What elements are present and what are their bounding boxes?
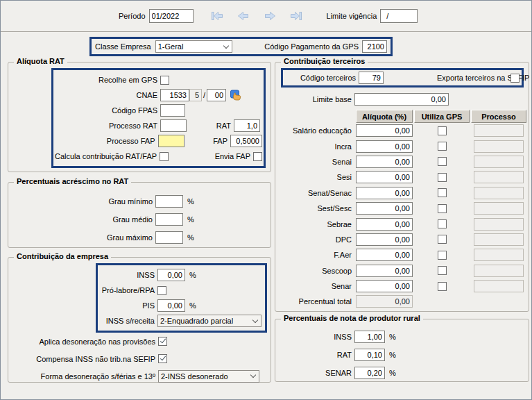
terceiros-aliquota-input[interactable] [356,218,413,231]
terceiros-utiliza-gps-checkbox[interactable] [438,219,447,228]
inss-percent-sign: % [189,271,196,279]
rural-row-input[interactable] [354,349,385,361]
terceiros-utiliza-gps-checkbox[interactable] [438,235,447,244]
chevron-down-icon [221,41,232,52]
nav-previous-button[interactable] [237,10,250,22]
aliquota-rat-title: Alíquota RAT [14,57,67,65]
percent-row-input[interactable] [155,231,183,244]
terceiros-row-label: DPC [275,232,354,247]
exporta-terceiros-checkbox[interactable] [510,74,520,83]
aplica-desoneracao-checkbox[interactable] [158,337,167,346]
codigo-terceiros-highlight-box: Código terceiros Exporta terceiros na SE… [281,68,524,88]
pro-labore-rpa-checkbox[interactable] [157,286,166,295]
terceiros-table: Alíquota (%) Utiliza GPS Processo Salári… [275,110,529,309]
periodo-input[interactable] [149,9,194,23]
rural-row-input[interactable] [354,331,385,343]
codigo-terceiros-label: Código terceiros [285,74,356,82]
pis-label: PIS [99,301,155,310]
percent-row-label: Grau mínimo [8,197,153,206]
percent-row-input[interactable] [155,213,183,226]
produtor-rural-group: Percentuais de nota de produtor rural IN… [275,319,529,382]
nav-first-icon [211,11,223,21]
envia-fap-checkbox[interactable] [253,152,262,161]
periodo-label: Período [119,12,146,20]
terceiros-aliquota-input[interactable] [356,249,413,261]
rural-row-label: RAT [275,351,352,359]
terceiros-utiliza-gps-checkbox[interactable] [438,282,447,291]
nav-first-button[interactable] [210,10,224,22]
forma-desoneracao-select[interactable]: 2-INSS desonerado [158,370,259,383]
terceiros-aliquota-input[interactable] [356,265,413,277]
contribuicao-empresa-extra-rows: Aplica desoneração nas provisões Compens… [8,333,271,385]
compensa-inss-sefip-checkbox[interactable] [158,354,167,363]
rural-row-input[interactable] [354,367,385,379]
fap-input[interactable] [230,135,262,147]
codigo-terceiros-input[interactable] [359,72,384,84]
contribuicao-terceiros-group: Contribuição terceiros Código terceiros … [275,62,529,312]
terceiros-utiliza-gps-checkbox[interactable] [438,251,447,260]
percent-sign: % [389,351,396,359]
terceiros-aliquota-input[interactable] [356,187,413,199]
percentual-total-label: Percentual total [275,294,354,309]
terceiros-aliquota-input[interactable] [356,156,413,168]
rural-percent-row: RAT % [275,346,529,364]
processo-fap-label: Processo FAP [55,137,155,145]
classe-empresa-select[interactable]: 1-Geral [155,40,233,53]
company-tax-parameters-window: Período Limite vigência Classe Empresa 1… [0,0,532,400]
chevron-down-icon [248,371,259,382]
terceiros-utiliza-gps-checkbox[interactable] [438,142,447,151]
inss-s-receita-select[interactable]: 2-Enquadrado parcial [157,315,261,327]
percentual-total-field: 0,00 [356,295,413,308]
terceiros-aliquota-input[interactable] [356,202,413,215]
terceiros-utiliza-gps-checkbox[interactable] [438,126,447,135]
nav-last-button[interactable] [289,10,303,22]
period-toolbar: Período Limite vigência [1,1,531,32]
limite-vigencia-input[interactable] [380,9,418,23]
rural-row-label: SENAR [275,369,352,377]
terceiros-processo-field [474,249,524,261]
cnae-suffix-input[interactable] [207,89,226,101]
terceiros-aliquota-input[interactable] [356,233,413,246]
terceiros-utiliza-gps-checkbox[interactable] [438,204,447,213]
rat-label: RAT [187,122,231,130]
recolhe-em-gps-label: Recolhe em GPS [55,76,157,84]
contribuicao-empresa-title: Contribuição da empresa [14,252,111,260]
terceiros-processo-field [474,233,524,246]
terceiros-utiliza-gps-checkbox[interactable] [438,173,447,182]
terceiros-processo-field [474,265,524,277]
recolhe-em-gps-checkbox[interactable] [160,76,169,85]
processo-fap-input[interactable] [158,135,185,147]
terceiros-row-label: Sesi [275,169,354,185]
terceiros-aliquota-input[interactable] [356,140,413,153]
contribuicao-empresa-highlight-box: INSS % Pró-labore/RPA PIS % INSS s/recei… [96,263,267,333]
terceiros-utiliza-gps-checkbox[interactable] [438,188,447,197]
percentuais-acrescimo-rat-title: Percentuais acréscimo no RAT [14,177,131,185]
nav-next-icon [264,11,276,21]
inss-input[interactable] [157,269,185,281]
terceiros-row-label: Incra [275,138,354,153]
cnae-lookup-button[interactable] [230,90,243,101]
cnae-code-input[interactable] [160,89,189,101]
codigo-pagamento-gps-input[interactable] [362,40,387,53]
limite-base-input[interactable] [354,93,449,106]
codigo-fpas-input[interactable] [160,104,185,117]
terceiros-processo-field [474,187,524,199]
terceiros-header-aliquota: Alíquota (%) [356,110,413,123]
terceiros-aliquota-input[interactable] [356,280,413,292]
terceiros-processo-field [474,218,524,231]
cnae-lookup-icon [230,90,242,101]
terceiros-utiliza-gps-checkbox[interactable] [438,157,447,166]
classe-empresa-highlight-box: Classe Empresa 1-Geral Código Pagamento … [89,37,393,56]
rat-input[interactable] [234,119,260,132]
calcula-contribuicao-rat-fap-checkbox[interactable] [160,152,169,161]
nav-next-button[interactable] [263,10,277,22]
pis-percent-sign: % [189,301,196,310]
contribuicao-empresa-group: Contribuição da empresa INSS % Pró-labor… [8,257,271,383]
terceiros-aliquota-input[interactable] [356,124,413,137]
processo-rat-input[interactable] [160,119,187,132]
pis-input[interactable] [157,299,185,312]
terceiros-utiliza-gps-checkbox[interactable] [438,266,447,275]
terceiros-aliquota-input[interactable] [356,171,413,183]
percent-row-label: Grau médio [8,215,153,224]
percent-row-input[interactable] [155,195,183,208]
